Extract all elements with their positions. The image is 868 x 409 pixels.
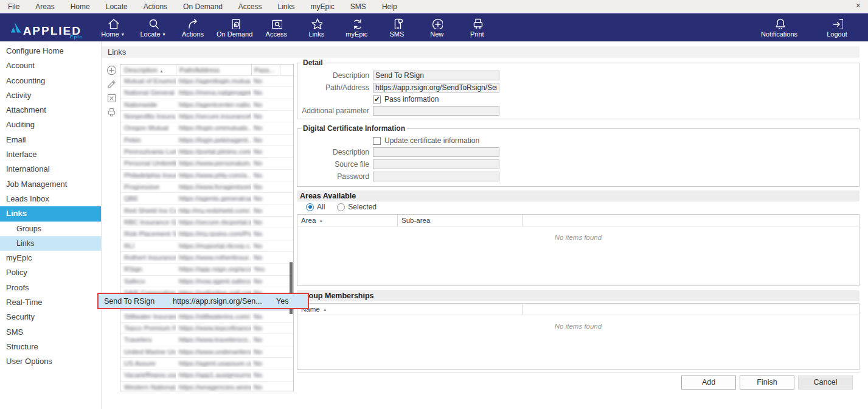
table-row[interactable]: Western National... https://wnagencies.w… <box>120 382 293 391</box>
sidebar-item[interactable]: Job Management <box>0 177 101 192</box>
column-path[interactable]: Path/Address <box>176 65 251 75</box>
finish-button[interactable]: Finish <box>740 376 794 390</box>
sidebar-item[interactable]: Real-Time <box>0 295 101 310</box>
add-button[interactable]: Add <box>681 376 736 390</box>
table-row[interactable]: National General https://mena.natgenagen… <box>120 87 293 99</box>
on-demand-button[interactable]: On Demand <box>213 13 256 41</box>
sidebar-item[interactable]: Groups <box>0 222 101 236</box>
sidebar-item[interactable]: Activity <box>0 88 101 103</box>
table-row[interactable]: QBE https://agents.generalcas... No <box>120 193 293 204</box>
access-button[interactable]: Access <box>256 13 296 41</box>
print-button[interactable]: Print <box>457 13 497 41</box>
path-address-field[interactable] <box>373 83 499 93</box>
link-path: https://mena.natgenagen... <box>179 89 251 96</box>
table-row[interactable]: Philadelphia Insur... https://www.phly.c… <box>120 170 293 181</box>
menu-item[interactable]: Actions <box>136 2 175 11</box>
table-row[interactable]: RLI https://myportal.rlicorp.c... No <box>120 240 293 252</box>
sidebar-item[interactable]: Policy <box>0 265 101 280</box>
column-name[interactable]: Name▲ <box>297 304 523 315</box>
menu-item[interactable]: On Demand <box>175 2 231 11</box>
menu-item[interactable]: Locate <box>98 2 136 11</box>
sidebar-item[interactable]: Security <box>0 310 101 324</box>
table-row[interactable]: Nonprofits Insura... https://secure.insu… <box>120 111 293 122</box>
menu-item[interactable]: Help <box>374 2 405 11</box>
table-row[interactable]: Mutual of Enumclaw https://agentlogin.mu… <box>120 75 293 87</box>
radio-selected[interactable]: Selected <box>337 203 377 211</box>
notifications-button[interactable]: Notifications <box>757 13 801 41</box>
sidebar-item[interactable]: myEpic <box>0 251 101 265</box>
table-row[interactable]: Stillwater Insuranc... https://stillwate… <box>120 311 293 323</box>
home-button[interactable]: Home▾ <box>92 13 133 41</box>
sidebar-item[interactable]: Interface <box>0 147 101 162</box>
source-file-field[interactable] <box>373 159 499 169</box>
update-certificate-checkbox[interactable] <box>373 137 381 145</box>
table-row[interactable]: Travelers https://www.travelersco... No <box>120 334 293 346</box>
print-list-icon[interactable] <box>106 107 117 118</box>
table-row[interactable]: RSign https://app.rsign.org/acco... Yes <box>120 264 293 275</box>
table-row[interactable]: Nationwide https://agentcenter.natio... … <box>120 99 293 111</box>
table-row[interactable]: Risk Placement Se... https://my.rpsins.c… <box>120 228 293 240</box>
table-row[interactable]: Progressive https://www.foragentsonl... … <box>120 181 293 193</box>
table-row[interactable]: United Marine Un... https://www.underwri… <box>120 346 293 358</box>
locate-button[interactable]: Locate▾ <box>133 13 173 41</box>
table-row[interactable]: Rothert Insurance https://www.rothertins… <box>120 252 293 264</box>
column-description[interactable]: Description ▲ <box>120 66 176 74</box>
menu-item[interactable]: SMS <box>342 2 374 11</box>
link-pass: Yes <box>254 265 265 273</box>
additional-parameter-field[interactable] <box>373 106 499 116</box>
radio-all[interactable]: All <box>306 203 325 211</box>
sidebar-item[interactable]: Email <box>0 133 101 147</box>
description-field[interactable] <box>373 71 499 80</box>
table-row[interactable]: US Assure https://agent.usassure.co... N… <box>120 358 293 369</box>
sidebar-item[interactable]: User Options <box>0 354 101 369</box>
sidebar-item[interactable]: Structure <box>0 340 101 354</box>
links-button[interactable]: Links <box>296 13 336 41</box>
cancel-button[interactable]: Cancel <box>798 376 853 390</box>
pass-information-checkbox[interactable] <box>373 96 381 103</box>
new-button[interactable]: New <box>417 13 457 41</box>
window-close-icon[interactable]: × <box>856 1 861 10</box>
myepic-button[interactable]: myEpic <box>336 13 377 41</box>
sidebar-item[interactable]: Accounting <box>0 74 101 88</box>
sidebar-item[interactable]: Attachment <box>0 103 101 117</box>
link-path: https://agent.usassure.co... <box>179 360 251 367</box>
delete-icon[interactable] <box>106 93 117 104</box>
sidebar-item[interactable]: Auditing <box>0 117 101 132</box>
menu-item[interactable]: Access <box>231 2 270 11</box>
table-row[interactable]: Pennsylvania Lum... https://portal.plmin… <box>120 146 293 158</box>
column-pass[interactable]: Pass... <box>251 65 280 75</box>
password-field[interactable] <box>373 172 499 181</box>
menu-item[interactable]: Links <box>270 2 303 11</box>
edit-pencil-icon[interactable] <box>106 79 117 90</box>
sidebar-item[interactable]: Account <box>0 58 101 73</box>
table-row[interactable]: Oregon Mutual https://login.ommutuals...… <box>120 122 293 134</box>
sidebar-item[interactable]: Configure Home <box>0 44 101 58</box>
table-row[interactable]: Tepco Premium Fi... https://www.tepcofin… <box>120 323 293 334</box>
access-icon <box>270 17 282 29</box>
menu-item[interactable]: Home <box>63 2 98 11</box>
table-row[interactable]: Red Shield Ins Co http://my.redshield.co… <box>120 205 293 217</box>
sidebar-item[interactable]: Links <box>0 206 101 221</box>
table-row[interactable]: Vacant/Repos.usa... https://app1.ausigns… <box>120 369 293 381</box>
selected-row-annotation[interactable]: Send To RSign https://app.rsign.org/Sen.… <box>97 293 309 309</box>
menu-item[interactable]: File <box>0 2 27 11</box>
add-link-icon[interactable] <box>106 65 117 76</box>
sidebar-item[interactable]: Proofs <box>0 281 101 295</box>
menu-item[interactable]: Areas <box>27 2 62 11</box>
column-area[interactable]: Area▲ <box>297 215 398 226</box>
sidebar-item[interactable]: International <box>0 162 101 177</box>
menu-item[interactable]: myEpic <box>303 2 342 11</box>
sidebar-item[interactable]: Leads Inbox <box>0 192 101 206</box>
logout-button[interactable]: Logout <box>817 13 857 41</box>
sms-button[interactable]: SMS <box>377 13 417 41</box>
myepic-icon <box>350 17 363 29</box>
sidebar-item[interactable]: SMS <box>0 325 101 340</box>
table-row[interactable]: Safeco https://now.agent.safeco... No <box>120 276 293 287</box>
table-row[interactable]: RBC Insurance Gen... https://secure.rbcp… <box>120 217 293 228</box>
table-row[interactable]: Personal Umbrella... https://www.persona… <box>120 158 293 169</box>
table-row[interactable]: Pekin https://login.pekinagent... No <box>120 135 293 146</box>
certificate-description-field[interactable] <box>373 147 499 157</box>
actions-button[interactable]: Actions <box>173 13 213 41</box>
sidebar-item[interactable]: Links <box>0 236 101 251</box>
column-sub-area[interactable]: Sub-area <box>398 215 523 226</box>
